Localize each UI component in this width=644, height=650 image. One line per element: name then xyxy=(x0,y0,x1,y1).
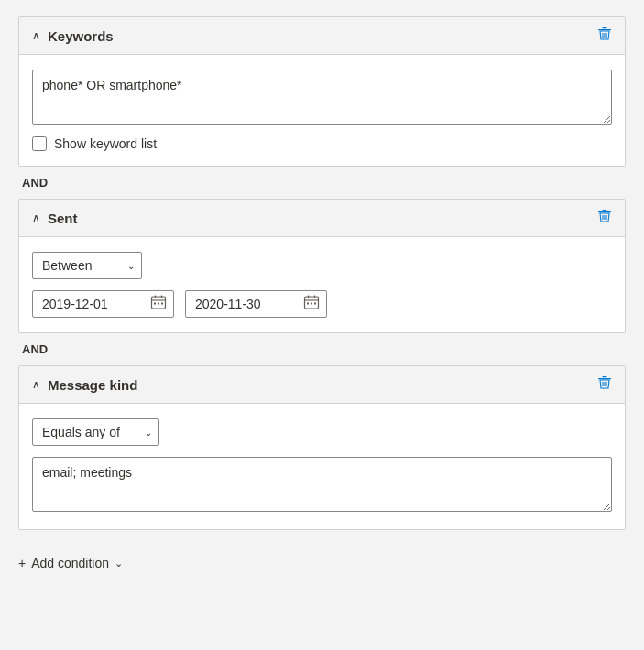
and-divider-1: AND xyxy=(18,167,626,199)
sent-header-left: ∧ Sent xyxy=(32,211,78,226)
sent-section-title: Sent xyxy=(48,211,78,226)
svg-rect-1 xyxy=(603,27,607,28)
message-kind-equals-dropdown[interactable]: Equals any of Does not equal xyxy=(32,418,159,446)
sent-date-from-wrapper xyxy=(32,290,174,318)
keywords-section-title: Keywords xyxy=(48,28,114,44)
show-keyword-list-label: Show keyword list xyxy=(54,136,157,151)
sent-section-body: Between Before After ⌄ xyxy=(19,237,625,332)
sent-section-header: ∧ Sent xyxy=(19,200,625,237)
main-container: ∧ Keywords phone* OR smartphone* Show ke… xyxy=(0,0,644,650)
and-divider-2: AND xyxy=(18,333,626,365)
svg-rect-5 xyxy=(598,211,611,212)
sent-date-to-wrapper xyxy=(185,290,327,318)
keywords-section-body: phone* OR smartphone* Show keyword list xyxy=(19,55,625,166)
show-keyword-list-checkbox[interactable] xyxy=(32,136,47,151)
keywords-section-header: ∧ Keywords xyxy=(19,17,625,55)
sent-date-row xyxy=(32,290,612,318)
show-keyword-list-row: Show keyword list xyxy=(32,136,612,151)
sent-section: ∧ Sent Between Before After xyxy=(18,199,626,333)
add-condition-plus-icon: + xyxy=(18,556,26,570)
svg-rect-0 xyxy=(598,29,611,30)
add-condition-row: + Add condition ⌄ xyxy=(18,547,626,576)
message-kind-delete-icon[interactable] xyxy=(597,375,612,394)
sent-dropdown-wrapper: Between Before After ⌄ xyxy=(32,252,142,279)
message-kind-dropdown-wrapper: Equals any of Does not equal ⌄ xyxy=(32,418,159,446)
keywords-section: ∧ Keywords phone* OR smartphone* Show ke… xyxy=(18,16,626,167)
message-kind-textarea[interactable]: email; meetings xyxy=(32,457,612,512)
sent-collapse-icon[interactable]: ∧ xyxy=(32,211,40,224)
add-condition-chevron-icon: ⌄ xyxy=(115,558,123,569)
message-kind-header-left: ∧ Message kind xyxy=(32,377,137,393)
sent-between-dropdown[interactable]: Between Before After xyxy=(32,252,142,279)
sent-date-to-input[interactable] xyxy=(185,290,327,318)
svg-rect-25 xyxy=(603,376,607,377)
message-kind-section: ∧ Message kind Equals any of Does not eq… xyxy=(18,365,626,530)
svg-rect-6 xyxy=(603,210,607,211)
message-kind-section-header: ∧ Message kind xyxy=(19,366,625,404)
keywords-collapse-icon[interactable]: ∧ xyxy=(32,29,40,42)
add-condition-label: Add condition xyxy=(31,556,109,570)
svg-rect-24 xyxy=(598,378,611,379)
message-kind-section-title: Message kind xyxy=(48,377,137,393)
keywords-header-left: ∧ Keywords xyxy=(32,28,114,44)
message-kind-section-body: Equals any of Does not equal ⌄ email; me… xyxy=(19,404,625,529)
add-condition-button[interactable]: + Add condition ⌄ xyxy=(18,556,123,570)
message-kind-collapse-icon[interactable]: ∧ xyxy=(32,378,40,391)
keywords-textarea[interactable]: phone* OR smartphone* xyxy=(32,70,612,125)
keywords-delete-icon[interactable] xyxy=(597,27,612,45)
sent-delete-icon[interactable] xyxy=(597,209,612,227)
sent-date-from-input[interactable] xyxy=(32,290,174,318)
